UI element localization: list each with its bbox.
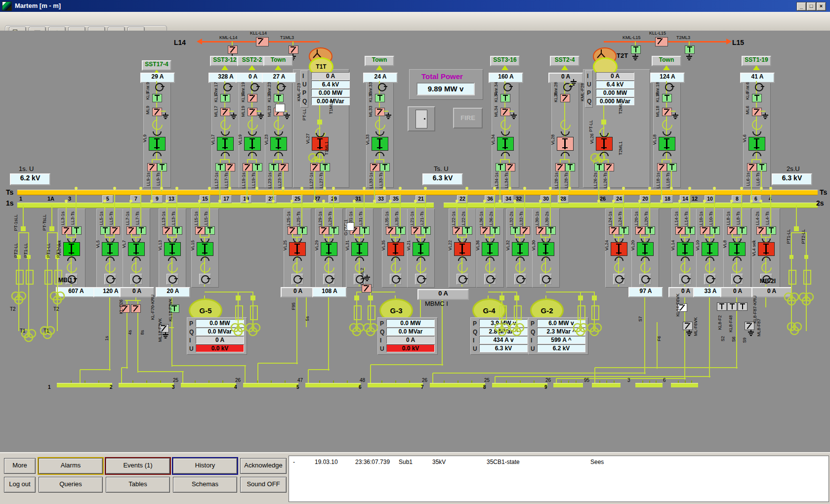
switch-KL34[interactable] [500,94,510,102]
distribution-segment[interactable] [368,383,423,387]
bus-section-button-17[interactable]: 17 [221,195,232,203]
switch-town-aux[interactable] [275,104,285,112]
breaker-VL31[interactable] [351,242,368,256]
switch-LL33-Ts[interactable] [380,163,390,171]
switch-LL6-Ts[interactable] [757,163,767,171]
switch-LL28-1s[interactable] [555,163,565,171]
bay-header-SST2-2[interactable]: SST2-2 [237,56,267,66]
switch-LL26-Ts[interactable] [604,163,614,171]
breaker-VL35[interactable] [387,242,404,256]
switch-LL5-Ts[interactable] [110,226,120,235]
hv-switch-T1ML3[interactable] [289,45,298,54]
switch-LL19-Ts[interactable] [252,163,262,171]
switch-KL23[interactable] [274,94,284,102]
breaker-VL20[interactable] [637,242,654,256]
distribution-segment[interactable] [592,383,621,387]
switch-ML9[interactable] [152,108,162,116]
breaker-VL26[interactable] [596,137,613,151]
switch-KL-F26-b[interactable] [131,304,141,313]
switch-KL9[interactable] [152,94,162,102]
breaker-VL24[interactable] [611,242,627,256]
bay-header-SST3-16[interactable]: SST3-16 [490,56,520,66]
switch-G-3-ML2[interactable] [362,284,372,293]
breaker-VL32[interactable] [512,242,529,256]
breaker-VL30[interactable] [538,242,554,256]
close-button[interactable]: × [816,2,826,11]
button-queries[interactable]: Queries [39,477,103,493]
switch-LL22-2s[interactable] [462,226,472,235]
switch-LL18-Ts[interactable] [667,163,677,171]
switch-ML17[interactable] [220,108,230,116]
bay-header-Town[interactable]: Town [365,56,394,66]
button-events-1-[interactable]: Events (1) [106,458,170,474]
switch-LL26-2s[interactable] [594,163,604,171]
breaker-VL15[interactable] [197,242,213,256]
switch-LL31-Ts[interactable] [360,226,370,235]
breaker-VL25[interactable] [289,242,306,256]
hv-switch-T2ML3[interactable] [685,45,695,54]
button-sound-off[interactable]: Sound OFF [240,477,287,493]
switch-KL8-F87-KRU[interactable] [738,302,747,311]
hv-switch-KML-L14[interactable] [228,45,238,54]
breaker-VL5[interactable] [102,242,119,256]
distribution-segment[interactable] [430,383,485,387]
distribution-segment[interactable] [492,383,547,387]
switch-LL21-Ts[interactable] [421,226,431,235]
switch-LL17-Ts[interactable] [225,163,235,171]
switch-KL33[interactable] [375,94,385,102]
event-log[interactable]: -19.03.1023:36:07.739Sub135kV35CB1-state… [289,456,829,502]
switch-LL24-Ts[interactable] [619,226,629,235]
switch-LL6-1s[interactable] [747,163,757,171]
switch-ML-F6VK[interactable] [683,322,693,330]
maximize-button[interactable]: □ [806,2,816,11]
bay-header-Town[interactable]: Town [263,56,293,66]
distribution-segment[interactable] [305,383,361,387]
switch-LL34-Ts[interactable] [505,163,515,171]
breaker-VL18[interactable] [659,137,675,151]
bus-section-button-33[interactable]: 33 [375,195,386,203]
switch-LL23-Ts[interactable] [279,163,289,171]
breaker-VL14[interactable] [677,242,694,256]
breaker-VL6[interactable] [748,137,765,151]
bus-section-button-18[interactable]: 18 [662,195,673,203]
breaker-VL13[interactable] [164,242,181,256]
bus-section-button-9[interactable]: 9 [152,195,163,203]
minimize-button[interactable]: _ [796,2,806,11]
button-history[interactable]: History [173,458,237,474]
switch-LL9-1s[interactable] [147,163,157,171]
switch-LL17-1s[interactable] [215,163,225,171]
button-log-out[interactable]: Log out [4,477,36,493]
button-more[interactable]: More [4,458,36,474]
switch-LL8-Ts[interactable] [737,226,747,235]
button-alarms[interactable]: Alarms [39,458,103,474]
distribution-segment[interactable] [181,383,236,387]
switch-KL19[interactable] [248,94,257,102]
switch-ML18[interactable] [662,108,672,116]
fire-indicator[interactable]: FIRE [453,108,483,128]
breaker-VL3 sek[interactable] [63,242,80,256]
button-tables[interactable]: Tables [106,477,170,493]
switch-KL8-F2[interactable] [717,302,727,311]
bay-header-Town[interactable]: Town [652,56,681,66]
hv-switch-KML-L15[interactable] [631,45,641,54]
switch-LL23-1s[interactable] [269,163,279,171]
switch-LL18-1s[interactable] [657,163,667,171]
switch-ML33[interactable] [375,108,385,116]
switch-LL29-Ts[interactable] [329,226,339,235]
switch-LL35-Ts[interactable] [396,226,406,235]
switch-LL32-Ts[interactable] [520,226,530,235]
breaker-VL23[interactable] [270,137,287,151]
breaker-VL36[interactable] [482,242,498,256]
bay-header-SST2-4[interactable]: SST2-4 [550,56,580,66]
distribution-segment[interactable] [119,383,174,387]
switch-LL36-2s[interactable] [490,226,500,235]
switch-LL20-Ts[interactable] [645,226,655,235]
switch-LL15-Ts[interactable] [205,226,215,235]
hv-breaker-KLL-L15[interactable] [655,37,668,46]
breaker-VL33[interactable] [372,137,388,151]
breaker-VL29[interactable] [321,242,337,256]
distribution-segment[interactable] [635,383,663,387]
breaker-VL7[interactable] [128,242,145,256]
breaker-VL10[interactable] [702,242,718,256]
bus-section-button-29[interactable]: 29 [329,195,339,203]
